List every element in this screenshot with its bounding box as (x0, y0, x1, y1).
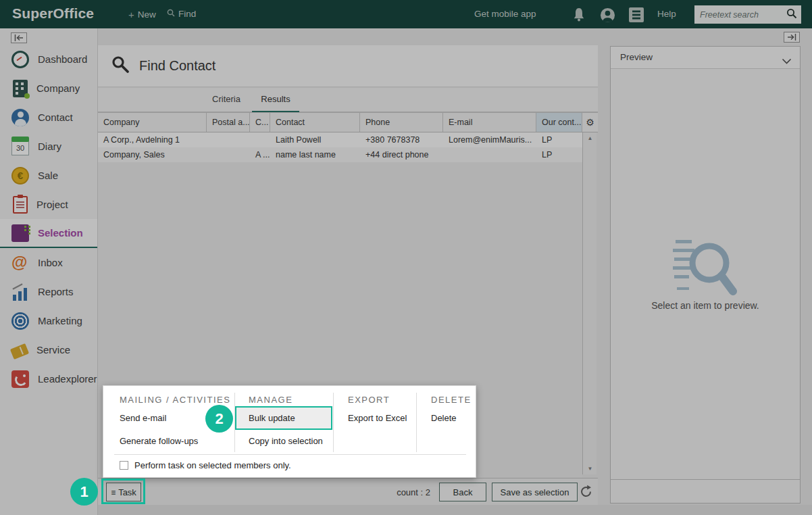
section-divider (333, 393, 334, 452)
sidebar-item-selection[interactable]: Selection (0, 219, 97, 248)
user-profile-icon[interactable] (600, 7, 615, 26)
column-header-contact[interactable]: Contact (270, 112, 360, 132)
chevron-down-icon[interactable] (782, 55, 792, 67)
cell-postal (207, 132, 250, 147)
sidebar-item-company[interactable]: Company (0, 74, 97, 103)
marketing-target-icon (11, 312, 29, 330)
bulk-update-label: Bulk update (236, 408, 331, 428)
reports-chart-icon (11, 283, 29, 301)
notifications-bell-icon[interactable] (573, 7, 585, 24)
section-title-delete: DELETE (431, 395, 472, 405)
results-table-header: Company Postal a... C... Contact Phone E… (98, 112, 598, 132)
company-icon (13, 80, 28, 97)
popup-divider (114, 454, 466, 455)
cell-phone: +380 7678378 (360, 132, 443, 147)
cell-our-contact: LP (536, 132, 582, 147)
sidebar: Dashboard Company Contact Diary Sale Pro… (0, 28, 98, 515)
task-menu-popup: MAILING / ACTIVITIES MANAGE EXPORT DELET… (103, 385, 476, 478)
section-title-export: EXPORT (348, 395, 390, 405)
tabs-row: Criteria Results (98, 88, 598, 112)
column-header-company[interactable]: Company (98, 112, 207, 132)
sidebar-item-diary[interactable]: Diary (0, 132, 97, 161)
inbox-at-icon (11, 254, 29, 272)
menu-item-bulk-update[interactable]: Bulk update (235, 406, 332, 430)
cell-email: Lorem@enimMauris... (443, 132, 536, 147)
refresh-icon[interactable] (579, 485, 593, 501)
collapse-preview-panel-icon[interactable] (784, 32, 800, 43)
sidebar-item-marketing[interactable]: Marketing (0, 306, 97, 335)
sidebar-item-leadexplorer[interactable]: Leadexplorer (0, 364, 97, 393)
freetext-search-box (694, 5, 801, 24)
save-as-selection-button[interactable]: Save as selection (492, 483, 578, 501)
find-label: Find (178, 9, 196, 19)
column-header-our-contact[interactable]: Our cont... (536, 112, 582, 132)
tab-results[interactable]: Results (252, 88, 299, 112)
task-button-label: Task (118, 487, 136, 497)
page-title: Find Contact (139, 58, 215, 74)
new-label: New (138, 9, 156, 20)
menu-item-copy-into-selection[interactable]: Copy into selection (249, 436, 323, 446)
annotation-step-2: 2 (205, 405, 233, 433)
sidebar-item-sale[interactable]: Sale (0, 161, 97, 190)
sidebar-item-inbox[interactable]: Inbox (0, 248, 97, 277)
table-row[interactable]: Company, Sales A ... name last name +44 … (98, 147, 582, 162)
selection-icon (11, 224, 29, 242)
sidebar-item-reports[interactable]: Reports (0, 277, 97, 306)
table-row[interactable]: A Corp., Avdelning 1 Laith Powell +380 7… (98, 132, 582, 147)
help-link[interactable]: Help (657, 9, 676, 19)
preview-empty-magnifier-icon (670, 239, 740, 303)
sidebar-item-label: Inbox (38, 257, 63, 268)
sidebar-item-contact[interactable]: Contact (0, 103, 97, 132)
search-icon[interactable] (786, 8, 797, 22)
perform-task-checkbox-label: Perform task on selected members only. (134, 460, 291, 470)
scroll-up-icon[interactable]: ▲ (583, 135, 597, 141)
back-button[interactable]: Back (439, 483, 486, 501)
sidebar-item-service[interactable]: Service (0, 335, 97, 364)
task-menu-icon: ≡ (111, 488, 116, 497)
column-header-c[interactable]: C... (250, 112, 270, 132)
preview-header[interactable]: Preview (611, 47, 800, 69)
cell-company: Company, Sales (98, 147, 207, 162)
sidebar-item-project[interactable]: Project (0, 190, 97, 219)
section-title-mailing-activities: MAILING / ACTIVITIES (120, 395, 230, 405)
preview-empty-text: Select an item to preview. (611, 300, 800, 311)
scroll-down-icon[interactable]: ▼ (583, 466, 597, 472)
tab-criteria[interactable]: Criteria (206, 88, 247, 112)
app-logo[interactable]: SuperOffice (12, 5, 94, 22)
sidebar-item-dashboard[interactable]: Dashboard (0, 45, 97, 74)
column-header-phone[interactable]: Phone (360, 112, 443, 132)
perform-task-checkbox[interactable] (120, 461, 128, 470)
sidebar-item-label: Marketing (38, 315, 82, 326)
diary-calendar-icon (11, 138, 29, 155)
service-ticket-icon (10, 343, 29, 360)
sale-coin-icon (11, 167, 29, 185)
contact-icon (11, 109, 29, 126)
menu-item-send-email[interactable]: Send e-mail (120, 413, 166, 423)
sidebar-item-label: Project (36, 199, 68, 210)
preview-footer (611, 479, 800, 503)
project-clipboard-icon (13, 196, 28, 214)
sidebar-item-label: Diary (38, 141, 61, 152)
column-settings-gear-icon[interactable]: ⚙ (582, 112, 598, 132)
column-header-email[interactable]: E-mail (443, 112, 536, 132)
menu-item-export-to-excel[interactable]: Export to Excel (348, 413, 407, 423)
collapse-sidebar-icon[interactable] (11, 32, 27, 43)
freetext-search-input[interactable] (694, 10, 786, 20)
search-icon (167, 9, 175, 19)
task-button[interactable]: ≡Task (106, 483, 141, 501)
new-menu-button[interactable]: + New (128, 9, 156, 20)
menu-item-delete[interactable]: Delete (431, 413, 457, 423)
table-scrollbar[interactable]: ▲ ▼ (582, 132, 597, 474)
sidebar-item-label: Sale (38, 170, 58, 181)
menu-item-generate-follow-ups[interactable]: Generate follow-ups (120, 436, 198, 446)
cell-our-contact: LP (536, 147, 582, 162)
apps-menu-icon[interactable] (629, 7, 644, 25)
find-menu-button[interactable]: Find (167, 9, 196, 19)
get-mobile-app-link[interactable]: Get mobile app (474, 9, 536, 19)
section-title-manage: MANAGE (249, 395, 293, 405)
page-bottom-strip (0, 505, 812, 515)
cell-c: A ... (250, 147, 270, 162)
sidebar-item-label: Contact (38, 112, 73, 123)
column-header-postal[interactable]: Postal a... (207, 112, 250, 132)
cell-c (250, 132, 270, 147)
